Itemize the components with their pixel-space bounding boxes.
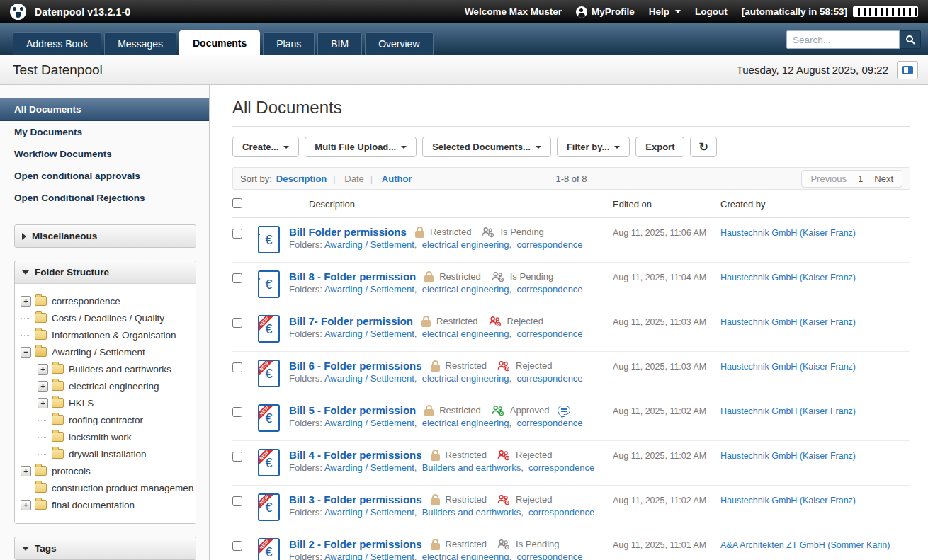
tree-toggle-icon[interactable]: +	[38, 398, 48, 408]
folder-tree-item[interactable]: + HKLS	[21, 394, 193, 411]
row-folder-link[interactable]: correspondence	[516, 418, 582, 428]
folder-tree-item[interactable]: − Awarding / Settlement	[21, 343, 193, 360]
row-folder-link[interactable]: correspondence	[528, 507, 594, 518]
row-checkbox[interactable]	[232, 229, 242, 239]
row-folder-link[interactable]: Awarding / Settlement	[324, 462, 414, 473]
document-title-link[interactable]: Bill 7- Folder permission	[289, 315, 413, 327]
row-checkbox[interactable]	[232, 407, 242, 417]
nav-tab[interactable]: Messages	[104, 32, 176, 55]
sort-option[interactable]: Description	[276, 173, 327, 184]
row-checkbox[interactable]	[232, 541, 242, 551]
folder-structure-panel-header[interactable]: Folder Structure	[15, 261, 196, 283]
search-button[interactable]	[900, 30, 921, 49]
folder-tree-item[interactable]: locksmith work	[21, 428, 193, 445]
tree-toggle-icon[interactable]	[21, 335, 29, 336]
tree-toggle-icon[interactable]: +	[38, 364, 48, 375]
nav-tab[interactable]: Overview	[365, 32, 433, 55]
row-folder-link[interactable]: electrical engineering	[422, 284, 509, 295]
folder-tree-item[interactable]: construction product management	[21, 479, 193, 496]
document-title-link[interactable]: Bill Folder permissions	[289, 226, 407, 238]
row-folder-link[interactable]: correspondence	[516, 328, 582, 339]
tree-toggle-icon[interactable]: +	[21, 500, 31, 510]
folder-tree-item[interactable]: Informationen & Organisation	[21, 326, 193, 343]
row-checkbox[interactable]	[232, 362, 242, 372]
nav-tab[interactable]: Documents	[179, 30, 260, 55]
sidebar-nav-item[interactable]: Open Conditional Rejections	[0, 187, 209, 209]
side-panel-toggle-button[interactable]	[897, 61, 918, 79]
row-folder-link[interactable]: Builders and earthworks	[422, 462, 521, 473]
row-folder-link[interactable]: Awarding / Settlement	[324, 418, 414, 428]
row-folder-link[interactable]: Awarding / Settlement	[324, 507, 414, 518]
created-by-link[interactable]: Haustechnik GmbH (Kaiser Franz)	[720, 449, 910, 461]
row-folder-link[interactable]: Awarding / Settlement	[324, 239, 414, 250]
logout-link[interactable]: Logout	[695, 6, 728, 17]
previous-page-button[interactable]: Previous	[810, 173, 847, 184]
row-folder-link[interactable]: correspondence	[516, 284, 582, 295]
folder-tree-item[interactable]: + electrical engineering	[21, 377, 193, 394]
created-by-link[interactable]: Haustechnik GmbH (Kaiser Franz)	[720, 493, 910, 505]
search-input[interactable]	[786, 30, 900, 49]
created-by-link[interactable]: A&A Architekten ZT GmbH (Sommer Karin)	[720, 538, 910, 550]
sidebar-nav-item[interactable]: Workflow Documents	[0, 143, 209, 165]
row-folder-link[interactable]: Awarding / Settlement	[324, 373, 414, 384]
folder-tree-item[interactable]: + Builders and earthworks	[21, 360, 193, 377]
miscellaneous-panel-header[interactable]: Miscellaneous	[15, 225, 196, 247]
toolbar-button[interactable]: Export	[635, 137, 684, 157]
tags-panel-header[interactable]: Tags	[15, 537, 196, 559]
nav-tab[interactable]: BIM	[317, 32, 362, 55]
comment-icon[interactable]	[558, 406, 570, 415]
row-folder-link[interactable]: correspondence	[516, 552, 582, 560]
toolbar-button[interactable]: Filter by...	[557, 137, 630, 157]
nav-tab[interactable]: Plans	[263, 32, 315, 55]
toolbar-button[interactable]: Multi File Upload...	[305, 137, 417, 157]
sort-option[interactable]: Author	[364, 173, 412, 184]
tree-toggle-icon[interactable]	[21, 318, 29, 319]
folder-tree-item[interactable]: + correspondence	[21, 292, 193, 309]
row-folder-link[interactable]: electrical engineering	[422, 239, 509, 250]
row-folder-link[interactable]: correspondence	[528, 462, 594, 473]
folder-tree-item[interactable]: + protocols	[21, 462, 193, 479]
row-folder-link[interactable]: correspondence	[516, 373, 582, 384]
tree-toggle-icon[interactable]	[21, 488, 29, 488]
toolbar-button[interactable]: Selected Documents...	[422, 137, 551, 157]
nav-tab[interactable]: Address Book	[13, 32, 101, 55]
tree-toggle-icon[interactable]	[38, 454, 46, 455]
sort-option[interactable]: Date	[327, 173, 363, 184]
document-title-link[interactable]: Bill 5 - Folder permission	[289, 404, 416, 416]
row-checkbox[interactable]	[232, 273, 242, 283]
created-by-link[interactable]: Haustechnik GmbH (Kaiser Franz)	[720, 270, 910, 282]
tree-toggle-icon[interactable]: −	[21, 347, 31, 358]
row-checkbox[interactable]	[232, 496, 242, 506]
sidebar-nav-item[interactable]: My Documents	[0, 121, 209, 143]
tree-toggle-icon[interactable]	[38, 437, 46, 438]
created-by-link[interactable]: Haustechnik GmbH (Kaiser Franz)	[720, 404, 910, 416]
toolbar-button[interactable]: Create...	[232, 137, 299, 157]
tree-toggle-icon[interactable]: +	[21, 466, 31, 476]
refresh-button[interactable]: ↻	[690, 137, 716, 157]
document-title-link[interactable]: Bill 6 - Folder permissions	[289, 360, 422, 372]
folder-tree-item[interactable]: + final documentation	[21, 496, 193, 513]
row-folder-link[interactable]: electrical engineering	[422, 373, 509, 384]
row-folder-link[interactable]: correspondence	[516, 239, 582, 250]
created-by-link[interactable]: Haustechnik GmbH (Kaiser Franz)	[720, 360, 910, 372]
folder-tree-item[interactable]: drywall installation	[21, 445, 193, 462]
row-folder-link[interactable]: electrical engineering	[422, 552, 509, 560]
created-by-link[interactable]: Haustechnik GmbH (Kaiser Franz)	[720, 315, 910, 327]
document-title-link[interactable]: Bill 8 - Folder permission	[289, 270, 416, 282]
tree-toggle-icon[interactable]: +	[21, 296, 31, 307]
document-title-link[interactable]: Bill 3 - Folder permissions	[289, 493, 422, 505]
document-title-link[interactable]: Bill 4 - Folder permissions	[289, 449, 422, 461]
sidebar-nav-item[interactable]: All Documents	[0, 98, 209, 121]
created-by-link[interactable]: Haustechnik GmbH (Kaiser Franz)	[720, 226, 910, 238]
row-folder-link[interactable]: Awarding / Settlement	[324, 552, 414, 560]
row-folder-link[interactable]: Builders and earthworks	[422, 507, 521, 518]
row-folder-link[interactable]: Awarding / Settlement	[324, 284, 414, 295]
row-folder-link[interactable]: electrical engineering	[422, 418, 509, 428]
row-folder-link[interactable]: Awarding / Settlement	[324, 328, 414, 339]
current-page-number[interactable]: 1	[858, 173, 863, 184]
help-menu[interactable]: Help	[649, 6, 681, 17]
sidebar-nav-item[interactable]: Open conditional approvals	[0, 165, 209, 187]
folder-tree-item[interactable]: Costs / Deadlines / Quality	[21, 309, 193, 326]
tree-toggle-icon[interactable]	[38, 420, 46, 421]
myprofile-link[interactable]: MyProfile	[576, 6, 635, 18]
